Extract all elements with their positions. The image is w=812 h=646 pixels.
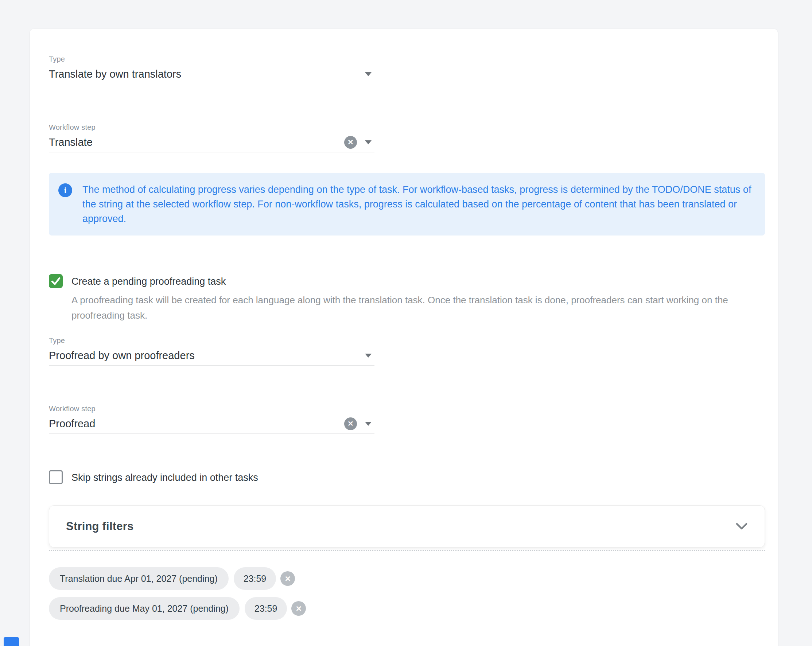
proofread-type-select[interactable]: Proofread by own proofreaders: [49, 349, 374, 366]
proofreading-description: A proofreading task will be created for …: [72, 293, 760, 323]
dotted-divider: [49, 550, 765, 551]
chevron-down-icon[interactable]: [365, 72, 372, 76]
string-filters-panel[interactable]: String filters: [49, 505, 765, 548]
close-icon: ✕: [348, 420, 354, 427]
chevron-down-icon[interactable]: [365, 353, 372, 358]
checkmark-icon: [49, 274, 63, 288]
remove-proofreading-deadline-button[interactable]: ✕: [292, 601, 306, 616]
proofread-workflow-select[interactable]: Proofread ✕: [49, 417, 374, 434]
chevron-down-icon[interactable]: [365, 140, 372, 144]
clear-proofread-workflow-button[interactable]: ✕: [344, 417, 357, 430]
proofreading-deadline-chip[interactable]: Proofreading due May 01, 2027 (pending): [49, 597, 240, 620]
close-icon: ✕: [284, 575, 291, 582]
proofreading-checkbox-row: Create a pending proofreading task: [49, 274, 766, 289]
task-form-page: Type Translate by own translators Workfl…: [0, 0, 812, 646]
close-icon: ✕: [296, 605, 302, 612]
translation-deadline-chip[interactable]: Translation due Apr 01, 2027 (pending): [49, 567, 229, 590]
proofread-type-value: Proofread by own proofreaders: [49, 349, 365, 363]
chevron-down-icon[interactable]: [365, 422, 372, 426]
proofread-workflow-value: Proofread: [49, 417, 344, 431]
progress-info-banner: i The method of calculating progress var…: [49, 173, 765, 236]
string-filters-title: String filters: [66, 520, 133, 533]
cut-off-blue-element[interactable]: [4, 637, 19, 646]
create-proofreading-checkbox[interactable]: [49, 274, 63, 288]
proofreading-deadline-row: Proofreading due May 01, 2027 (pending) …: [49, 597, 766, 620]
progress-info-text: The method of calculating progress varie…: [82, 182, 752, 226]
translation-deadline-row: Translation due Apr 01, 2027 (pending) 2…: [49, 567, 766, 590]
proofread-type-label: Type: [49, 336, 766, 345]
create-proofreading-label[interactable]: Create a pending proofreading task: [72, 274, 226, 289]
translation-deadline-time-chip[interactable]: 23:59: [234, 567, 276, 590]
info-icon: i: [58, 183, 72, 197]
close-icon: ✕: [348, 139, 354, 146]
translate-type-value: Translate by own translators: [49, 67, 365, 81]
chevron-down-icon[interactable]: [736, 523, 748, 530]
skip-strings-checkbox[interactable]: [49, 470, 63, 484]
translate-workflow-select[interactable]: Translate ✕: [49, 135, 374, 152]
skip-strings-row: Skip strings already included in other t…: [49, 470, 766, 485]
translate-type-label: Type: [49, 55, 766, 64]
task-form-card: Type Translate by own translators Workfl…: [30, 29, 778, 646]
translate-workflow-value: Translate: [49, 135, 344, 149]
proofread-workflow-label: Workflow step: [49, 404, 766, 413]
skip-strings-label[interactable]: Skip strings already included in other t…: [72, 470, 258, 485]
clear-translate-workflow-button[interactable]: ✕: [344, 136, 357, 149]
translate-workflow-label: Workflow step: [49, 123, 766, 132]
translate-type-select[interactable]: Translate by own translators: [49, 67, 374, 84]
remove-translation-deadline-button[interactable]: ✕: [280, 571, 295, 586]
proofreading-deadline-time-chip[interactable]: 23:59: [245, 597, 287, 620]
